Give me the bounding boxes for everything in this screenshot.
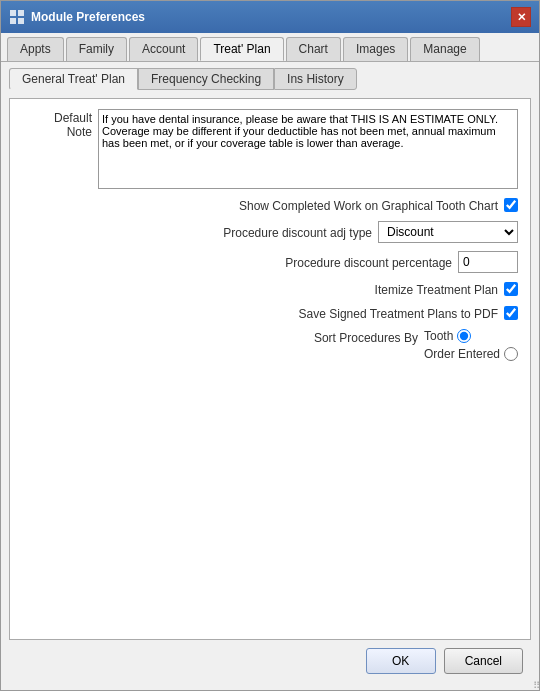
tab-manage[interactable]: Manage bbox=[410, 37, 479, 61]
procedure-discount-pct-label: Procedure discount percentage bbox=[285, 254, 452, 270]
tab-account[interactable]: Account bbox=[129, 37, 198, 61]
title-bar: Module Preferences ✕ bbox=[1, 1, 539, 33]
save-signed-checkbox[interactable] bbox=[504, 306, 518, 320]
default-note-row: Default Note If you have dental insuranc… bbox=[22, 109, 518, 189]
window-title: Module Preferences bbox=[31, 10, 505, 24]
sub-tab-bar: General Treat' Plan Frequency Checking I… bbox=[9, 68, 531, 90]
tab-general-treat-plan[interactable]: General Treat' Plan bbox=[9, 68, 138, 90]
sort-tooth-label: Tooth bbox=[424, 329, 453, 343]
tab-family[interactable]: Family bbox=[66, 37, 127, 61]
sort-by-label: Sort Procedures By bbox=[314, 329, 418, 345]
main-panel: Default Note If you have dental insuranc… bbox=[9, 98, 531, 640]
default-note-textarea[interactable]: If you have dental insurance, please be … bbox=[98, 109, 518, 189]
default-note-label: Default Note bbox=[22, 109, 92, 139]
tab-images[interactable]: Images bbox=[343, 37, 408, 61]
sort-tooth-option: Tooth bbox=[424, 329, 518, 343]
tab-frequency-checking[interactable]: Frequency Checking bbox=[138, 68, 274, 90]
procedure-discount-type-label: Procedure discount adj type bbox=[223, 224, 372, 240]
svg-rect-1 bbox=[18, 10, 24, 16]
show-completed-row: Show Completed Work on Graphical Tooth C… bbox=[22, 197, 518, 213]
sort-tooth-radio[interactable] bbox=[457, 329, 471, 343]
spacer bbox=[22, 369, 518, 629]
tab-treat-plan[interactable]: Treat' Plan bbox=[200, 37, 283, 61]
save-signed-row: Save Signed Treatment Plans to PDF bbox=[22, 305, 518, 321]
tab-chart[interactable]: Chart bbox=[286, 37, 341, 61]
app-icon bbox=[9, 9, 25, 25]
itemize-checkbox-wrapper bbox=[504, 282, 518, 296]
ok-button[interactable]: OK bbox=[366, 648, 436, 674]
close-button[interactable]: ✕ bbox=[511, 7, 531, 27]
itemize-row: Itemize Treatment Plan bbox=[22, 281, 518, 297]
cancel-button[interactable]: Cancel bbox=[444, 648, 523, 674]
show-completed-checkbox-wrapper bbox=[504, 198, 518, 212]
procedure-discount-pct-input[interactable] bbox=[458, 251, 518, 273]
procedure-discount-type-row: Procedure discount adj type Discount Adj… bbox=[22, 221, 518, 243]
content-area: General Treat' Plan Frequency Checking I… bbox=[1, 62, 539, 690]
tab-ins-history[interactable]: Ins History bbox=[274, 68, 357, 90]
itemize-label: Itemize Treatment Plan bbox=[375, 281, 498, 297]
svg-rect-0 bbox=[10, 10, 16, 16]
resize-handle[interactable]: ⠿ bbox=[528, 679, 540, 691]
save-signed-checkbox-wrapper bbox=[504, 306, 518, 320]
sort-order-option: Order Entered bbox=[424, 347, 518, 361]
sort-order-label: Order Entered bbox=[424, 347, 500, 361]
tab-appts[interactable]: Appts bbox=[7, 37, 64, 61]
show-completed-checkbox[interactable] bbox=[504, 198, 518, 212]
svg-rect-3 bbox=[18, 18, 24, 24]
svg-rect-2 bbox=[10, 18, 16, 24]
main-tab-bar: Appts Family Account Treat' Plan Chart I… bbox=[1, 33, 539, 62]
show-completed-label: Show Completed Work on Graphical Tooth C… bbox=[239, 197, 498, 213]
sort-options: Tooth Order Entered bbox=[424, 329, 518, 361]
procedure-discount-pct-row: Procedure discount percentage bbox=[22, 251, 518, 273]
button-row: OK Cancel bbox=[9, 640, 531, 684]
itemize-checkbox[interactable] bbox=[504, 282, 518, 296]
sort-section: Sort Procedures By Tooth Order Entered bbox=[22, 329, 518, 361]
save-signed-label: Save Signed Treatment Plans to PDF bbox=[299, 305, 498, 321]
sort-order-radio[interactable] bbox=[504, 347, 518, 361]
procedure-discount-type-select[interactable]: Discount Adjustment None bbox=[378, 221, 518, 243]
